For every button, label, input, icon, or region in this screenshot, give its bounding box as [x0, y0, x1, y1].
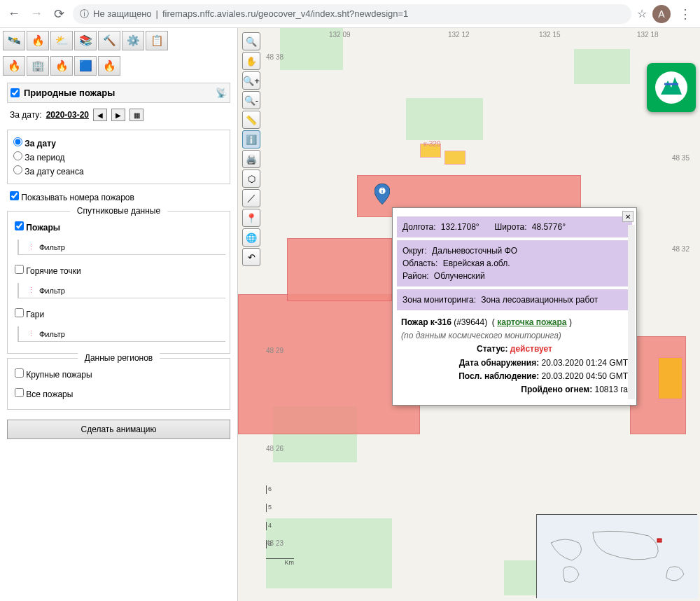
radio-by-session[interactable]: За дату сеанса: [13, 164, 224, 178]
mini-world-map[interactable]: [536, 514, 697, 598]
subtool-blocks-icon[interactable]: 🟦: [74, 56, 97, 76]
menu-dots-icon[interactable]: ⋮: [676, 6, 694, 22]
burns-filter[interactable]: ⋮Фильтр: [18, 326, 225, 342]
fires-label: Пожары: [26, 223, 60, 233]
fire-status: действует: [510, 344, 552, 354]
date-prev-button[interactable]: ◀: [93, 109, 107, 121]
radio-by-date[interactable]: За дату: [13, 136, 224, 150]
tool-table-icon[interactable]: 📋: [146, 31, 168, 50]
lon-label-2: 132 15: [539, 31, 561, 39]
fires-checkbox[interactable]: [15, 221, 24, 230]
polygon-icon[interactable]: ⬡: [242, 170, 260, 188]
burns-row[interactable]: Гари: [12, 304, 225, 324]
back-button[interactable]: ←: [6, 6, 22, 22]
svg-text:i: i: [382, 188, 384, 195]
date-next-button[interactable]: ▶: [111, 109, 125, 121]
radio-by-period[interactable]: За период: [13, 150, 224, 164]
main-toolbar: 🛰️ 🔥 ⛅ 📚 🔨 ⚙️ 📋: [0, 28, 237, 53]
url-bar[interactable]: ⓘ Не защищено | firemaps.nffc.aviales.ru…: [73, 4, 631, 24]
subtool-fire2-icon[interactable]: 🔥: [50, 56, 73, 76]
fires-row[interactable]: Пожары: [12, 217, 225, 237]
subtool-building-icon[interactable]: 🏢: [27, 56, 49, 76]
tool-hammer-icon[interactable]: 🔨: [98, 31, 120, 50]
lat-label-2: 48 32: [672, 245, 690, 253]
tool-fire-icon[interactable]: 🔥: [27, 31, 49, 50]
info-icon: ⓘ: [80, 8, 89, 20]
hotspots-filter[interactable]: ⋮Фильтр: [18, 283, 225, 298]
make-animation-button[interactable]: Сделать анимацию: [7, 420, 230, 439]
zoom-extent-icon[interactable]: 🔍: [242, 32, 260, 50]
sidebar: 🛰️ 🔥 ⛅ 📚 🔨 ⚙️ 📋 🔥 🏢 🔥 🟦 🔥 Природные пожа…: [0, 28, 238, 601]
profile-avatar[interactable]: A: [652, 5, 671, 23]
show-numbers-row[interactable]: Показывать номера пожаров: [7, 187, 230, 207]
date-mode-group: За дату За период За дату сеанса: [7, 130, 230, 184]
lat-label-0: 48 38: [266, 53, 284, 61]
all-fires-row[interactable]: Все пожары: [12, 384, 225, 403]
subtool-fire3-icon[interactable]: 🔥: [98, 56, 120, 76]
info-popup: ✕ Долгота: 132.1708° Широта: 48.5776° Ок…: [392, 207, 637, 406]
big-fires-checkbox[interactable]: [15, 368, 24, 378]
star-icon[interactable]: ☆: [637, 7, 647, 20]
zoom-in-icon[interactable]: 🔍+: [242, 71, 260, 90]
burns-label: Гари: [26, 310, 44, 319]
browser-bar: ← → ⟳ ⓘ Не защищено | firemaps.nffc.avia…: [0, 0, 700, 28]
map-tools: 🔍 ✋ 🔍+ 🔍- 📏 ℹ️ 🖨️ ⬡ ／ 📍 🌐 ↶: [242, 32, 260, 266]
undo-icon[interactable]: ↶: [242, 248, 260, 266]
ruler-icon[interactable]: 📏: [242, 111, 260, 129]
fire-card-link[interactable]: карточка пожара: [497, 317, 566, 327]
fire-subnote: (по данным космического мониторинга): [401, 331, 561, 340]
popup-close-icon[interactable]: ✕: [622, 211, 634, 222]
wildfires-checkbox[interactable]: [10, 88, 20, 97]
date-value[interactable]: 2020-03-20: [46, 110, 89, 120]
all-fires-label: Все пожары: [26, 389, 73, 399]
lon-label-0: 132 09: [329, 31, 351, 39]
date-label: За дату:: [10, 110, 42, 120]
globe-icon[interactable]: 🌐: [242, 228, 260, 247]
org-logo-badge: [647, 63, 696, 112]
region-data-title: Данные регионов: [78, 353, 160, 363]
line-icon[interactable]: ／: [242, 189, 260, 207]
zone-block: Зона мониторинга: Зона лесоавиационных р…: [397, 289, 632, 310]
show-numbers-label: Показывать номера пожаров: [21, 193, 134, 202]
pan-icon[interactable]: ✋: [242, 52, 260, 70]
fires-filter[interactable]: ⋮Фильтр: [18, 240, 225, 255]
lat-label-4: 48 26: [266, 445, 284, 453]
region-data-fieldset: Данные регионов Крупные пожары Все пожар…: [7, 358, 230, 410]
zoom-out-icon[interactable]: 🔍-: [242, 91, 260, 109]
map-area[interactable]: 132 09 132 12 132 15 132 18 48 38 48 35 …: [238, 28, 700, 601]
burned-area: 10813 га: [595, 385, 629, 394]
sat-data-title: Спутниковые данные: [70, 206, 167, 216]
k320-label: к-320: [424, 140, 440, 148]
forward-button[interactable]: →: [28, 6, 45, 22]
big-fires-label: Крупные пожары: [26, 370, 92, 380]
burns-checkbox[interactable]: [15, 308, 24, 317]
tool-weather-icon[interactable]: ⛅: [50, 31, 73, 50]
popup-scrollbar[interactable]: [628, 225, 635, 399]
lon-label-1: 132 12: [448, 31, 470, 39]
pin-icon[interactable]: 📍: [242, 209, 260, 227]
hotspots-checkbox[interactable]: [15, 265, 24, 274]
hotspots-row[interactable]: Горячие точки: [12, 261, 225, 280]
last-obs-date: 20.03.2020 04:50 GMT: [542, 371, 628, 381]
big-fires-row[interactable]: Крупные пожары: [12, 364, 225, 384]
tool-layers-icon[interactable]: 📚: [74, 31, 97, 50]
info-tool-icon[interactable]: ℹ️: [242, 130, 260, 148]
tool-gear-icon[interactable]: ⚙️: [122, 31, 144, 50]
date-calendar-button[interactable]: ▦: [130, 109, 144, 121]
fire-id: (#39644): [454, 317, 487, 327]
svg-rect-4: [657, 539, 662, 542]
date-row: За дату: 2020-03-20 ◀ ▶ ▦: [7, 103, 230, 127]
subtool-fire1-icon[interactable]: 🔥: [3, 56, 25, 76]
wildfires-title: Природные пожары: [24, 88, 115, 98]
coords-block: Долгота: 132.1708° Широта: 48.5776°: [397, 216, 632, 237]
sub-toolbar: 🔥 🏢 🔥 🟦 🔥: [0, 53, 237, 78]
print-icon[interactable]: 🖨️: [242, 150, 260, 168]
sat-data-fieldset: Спутниковые данные Пожары ⋮Фильтр Горячи…: [7, 211, 230, 354]
reload-button[interactable]: ⟳: [50, 6, 67, 22]
wildfires-section-header[interactable]: Природные пожары 📡: [7, 83, 230, 103]
lat-label-1: 48 35: [672, 154, 690, 162]
show-numbers-checkbox[interactable]: [10, 191, 19, 200]
detect-date: 20.03.2020 01:24 GMT: [542, 358, 628, 368]
all-fires-checkbox[interactable]: [15, 388, 24, 397]
tool-satellite-icon[interactable]: 🛰️: [3, 31, 25, 50]
